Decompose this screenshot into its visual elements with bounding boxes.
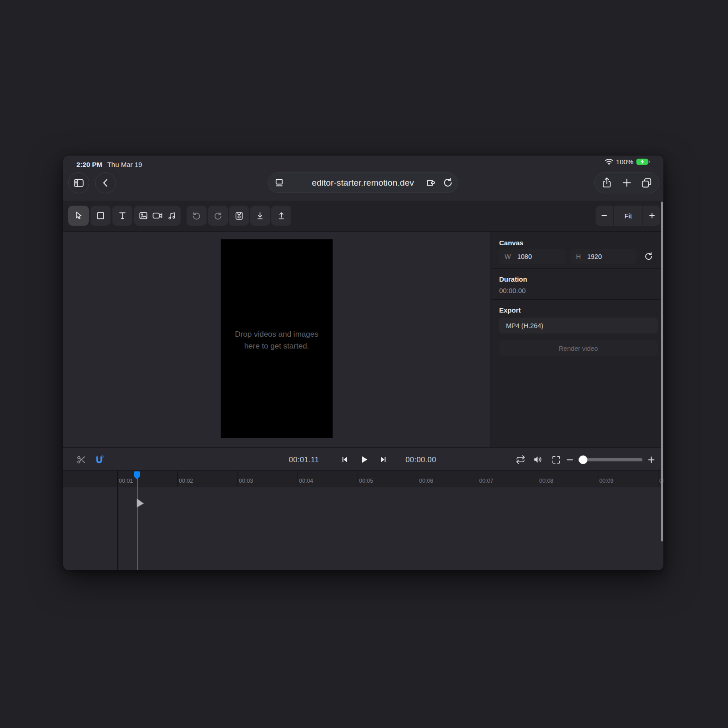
status-left: 2:20 PM Thu Mar 19 [76, 161, 142, 168]
tabs-icon[interactable] [641, 177, 652, 189]
playhead-handle[interactable] [133, 471, 141, 480]
zoom-controls: Fit [596, 206, 660, 226]
timeline-ruler[interactable]: 00:0100:0200:0300:0400:0500:0600:0700:08… [63, 471, 663, 487]
panel-divider-1 [491, 268, 663, 269]
battery-percent: 100% [616, 158, 633, 166]
timeline-tracks[interactable] [63, 487, 663, 570]
timeline-zoom-knob[interactable] [579, 455, 587, 464]
loop-button[interactable] [512, 448, 529, 471]
zoom-in-button[interactable] [643, 206, 660, 226]
height-label: H [576, 253, 581, 260]
ruler-tick [177, 471, 178, 487]
back-button[interactable] [95, 172, 116, 193]
safari-window: 2:20 PM Thu Mar 19 100% [63, 156, 663, 570]
ruler-label: 00:06 [419, 478, 433, 484]
magnet-icon [94, 455, 104, 465]
cursor-icon [74, 211, 84, 221]
sidebar-icon [73, 177, 85, 189]
undo-button[interactable] [187, 206, 207, 226]
ruler-label: 00:09 [599, 478, 613, 484]
ruler-label: 00:05 [359, 478, 373, 484]
canvas-section-title: Canvas [499, 239, 523, 247]
minus-icon [601, 212, 608, 219]
skip-forward-button[interactable] [375, 448, 392, 471]
wifi-icon [605, 158, 613, 165]
snap-toggle-button[interactable] [92, 448, 106, 471]
status-time: 2:20 PM [76, 161, 102, 168]
audio-tool-button[interactable] [167, 211, 177, 221]
cut-button[interactable] [74, 448, 88, 471]
skip-back-button[interactable] [336, 448, 353, 471]
canvas-workspace: Drop videos and images here to get start… [63, 232, 490, 447]
image-tool-button[interactable] [138, 211, 148, 221]
mouse-cursor [136, 498, 144, 508]
fullscreen-button[interactable] [548, 448, 564, 471]
canvas-height-input[interactable]: H 1920 [570, 249, 637, 264]
repeat-icon [516, 455, 526, 465]
fullscreen-icon [551, 455, 561, 465]
editor-toolbar: Fit [63, 201, 663, 232]
properties-panel: Canvas W 1080 H 1920 Duration 00:00.00 E… [490, 232, 663, 447]
zoom-out-button[interactable] [596, 206, 613, 226]
play-icon [359, 454, 369, 465]
track-header-divider [117, 471, 118, 570]
extensions-icon[interactable] [425, 177, 436, 188]
refresh-icon [644, 252, 653, 261]
status-right: 100% [605, 158, 650, 166]
render-video-button[interactable]: Render video [499, 340, 658, 356]
panel-divider-2 [491, 299, 663, 300]
ruler-label: 00:04 [299, 478, 313, 484]
ruler-tick [358, 471, 358, 487]
timeline-plus-icon [647, 456, 655, 464]
zoom-fit-button[interactable]: Fit [614, 206, 642, 226]
save-button[interactable] [229, 206, 249, 226]
playhead-line [137, 479, 138, 570]
duration-section-title: Duration [499, 275, 527, 283]
canvas-reset-button[interactable] [640, 249, 657, 264]
current-time-display: 00:01.11 [261, 448, 319, 471]
height-value: 1920 [587, 253, 602, 260]
share-icon[interactable] [601, 177, 612, 188]
text-icon [117, 211, 127, 221]
battery-icon [636, 158, 650, 165]
upload-button[interactable] [271, 206, 291, 226]
timeline-zoom-in-button[interactable] [644, 448, 658, 471]
ruler-label: 00:02 [179, 478, 193, 484]
sidebar-button[interactable] [68, 172, 89, 193]
width-value: 1080 [517, 253, 532, 260]
video-tool-button[interactable] [152, 210, 163, 221]
drop-hint: Drop videos and images here to get start… [221, 329, 333, 352]
status-date: Thu Mar 19 [107, 161, 142, 168]
timeline-zoom-out-button[interactable] [563, 448, 576, 471]
volume-button[interactable] [530, 448, 546, 471]
ruler-tick [658, 471, 658, 487]
volume-icon [533, 455, 543, 465]
address-bar[interactable]: editor-starter.remotion.dev [268, 172, 458, 193]
timeline-zoom-slider[interactable] [578, 458, 642, 461]
page-scrollbar[interactable] [661, 202, 663, 541]
fit-label: Fit [624, 212, 632, 220]
select-tool-button[interactable] [68, 206, 89, 226]
redo-button[interactable] [208, 206, 228, 226]
ruler-tick [538, 471, 538, 487]
canvas-width-input[interactable]: W 1080 [499, 249, 566, 264]
download-button[interactable] [250, 206, 270, 226]
rect-tool-button[interactable] [91, 206, 111, 226]
video-canvas[interactable]: Drop videos and images here to get start… [221, 239, 333, 438]
new-tab-icon[interactable] [621, 177, 632, 188]
render-video-label: Render video [559, 345, 598, 352]
play-button[interactable] [356, 448, 372, 471]
chevron-left-icon [100, 177, 111, 188]
skip-back-icon [339, 455, 349, 465]
reload-icon[interactable] [442, 177, 454, 188]
text-tool-button[interactable] [112, 206, 132, 226]
export-section-title: Export [499, 306, 521, 314]
duration-value: 00:00.00 [499, 287, 526, 294]
export-format-select[interactable]: MP4 (H.264) [499, 318, 658, 334]
transport-bar: 00:01.11 [63, 447, 663, 471]
ruler-tick [478, 471, 478, 487]
rectangle-icon [96, 211, 106, 221]
export-format-value: MP4 (H.264) [506, 322, 543, 329]
ruler-label: 00:03 [239, 478, 253, 484]
total-time-display: 00:00.00 [392, 448, 450, 471]
